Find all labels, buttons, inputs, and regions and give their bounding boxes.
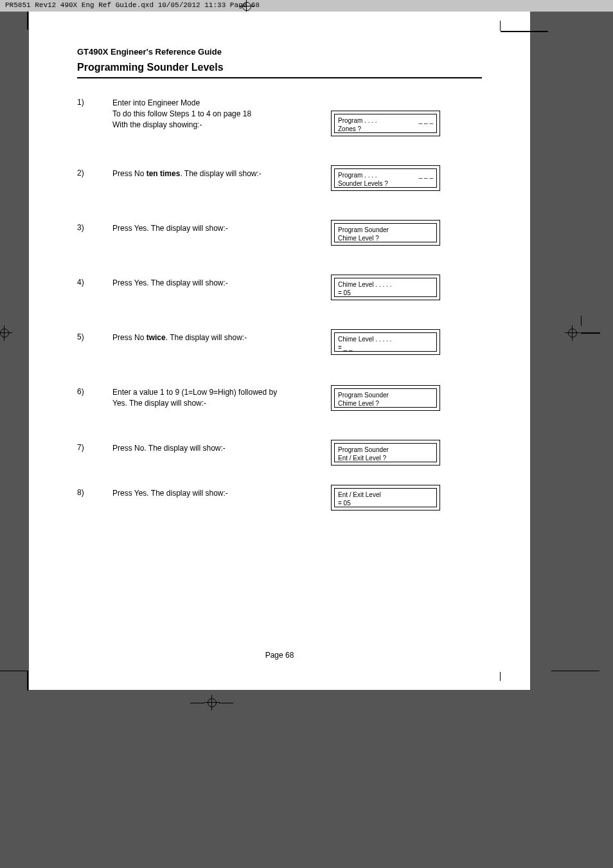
crop-mark (501, 31, 548, 32)
lcd-display: Ent / Exit Level = 05 (331, 485, 440, 511)
crop-mark (500, 672, 501, 681)
step-text-line: With the display showing:- (112, 120, 202, 129)
lcd-line1-right: _ _ _ (419, 116, 433, 125)
text-suffix: . The display will show:- (166, 333, 247, 342)
lcd-line2: = 05 (338, 289, 433, 297)
lcd-display: Chime Level . . . . . = _ _ (331, 329, 440, 355)
crop-mark (0, 671, 28, 672)
lcd-inner: Program Sounder Chime Level ? (334, 223, 437, 242)
crop-mark (581, 316, 582, 326)
register-mark-icon (565, 325, 580, 341)
crop-mark (219, 703, 233, 704)
lcd-display: Program . . . . _ _ _ Zones ? (331, 111, 440, 136)
step-text: Enter into Engineer Mode To do this foll… (112, 98, 312, 130)
lcd-display: Chime Level . . . . . = 05 (331, 275, 440, 300)
step-row: 1) Enter into Engineer Mode To do this f… (77, 98, 482, 136)
crop-mark (551, 671, 600, 672)
step-row: 2) Press No ten times. The display will … (77, 168, 482, 191)
step-row: 8) Press Yes. The display will show:- En… (77, 488, 482, 511)
lcd-inner: Chime Level . . . . . = _ _ (334, 332, 437, 352)
lcd-line1: Program Sounder (338, 226, 433, 234)
lcd-line1: Chime Level . . . . . (338, 335, 433, 343)
pdf-header-bar: PR5851 Rev12 490X Eng Ref Guide.qxd 10/0… (0, 0, 613, 12)
text-suffix: . The display will show:- (180, 169, 262, 178)
step-text: Press Yes. The display will show:- (112, 278, 312, 289)
step-number: 3) (77, 223, 112, 232)
step-text: Press No twice. The display will show:- (112, 332, 312, 343)
step-row: 3) Press Yes. The display will show:- Pr… (77, 223, 482, 246)
step-number: 5) (77, 332, 112, 341)
lcd-line1: Program Sounder (338, 446, 433, 454)
lcd-line2: Chime Level ? (338, 234, 433, 242)
step-row: 4) Press Yes. The display will show:- Ch… (77, 278, 482, 300)
text-prefix: Press No (112, 333, 147, 342)
step-number: 6) (77, 387, 112, 396)
lcd-line2: Chime Level ? (338, 399, 433, 408)
step-number: 2) (77, 168, 112, 177)
step-text: Enter a value 1 to 9 (1=Low 9=High) foll… (112, 387, 312, 409)
lcd-display: Program . . . . _ _ _ Sounder Levels ? (331, 165, 440, 191)
lcd-inner: Program Sounder Ent / Exit Level ? (334, 443, 437, 462)
header-text: PR5851 Rev12 490X Eng Ref Guide.qxd 10/0… (5, 1, 260, 9)
lcd-inner: Chime Level . . . . . = 05 (334, 278, 437, 297)
crop-mark (581, 332, 600, 334)
text-prefix: Press No (112, 169, 147, 178)
step-row: 5) Press No twice. The display will show… (77, 332, 482, 355)
crop-mark (27, 12, 28, 30)
step-number: 4) (77, 278, 112, 287)
lcd-line2: Zones ? (338, 125, 433, 133)
step-text: Press Yes. The display will show:- (112, 223, 312, 234)
step-text-line: Enter a value 1 to 9 (1=Low 9=High) foll… (112, 388, 277, 397)
lcd-line1-right: _ _ _ (419, 171, 433, 179)
lcd-line2: Ent / Exit Level ? (338, 454, 433, 462)
step-text: Press No. The display will show:- (112, 443, 312, 454)
page-footer: Page 68 (29, 651, 530, 660)
lcd-line1: Ent / Exit Level (338, 491, 433, 499)
register-mark-icon (0, 325, 12, 341)
lcd-inner: Ent / Exit Level = 05 (334, 488, 437, 507)
lcd-inner: Program Sounder Chime Level ? (334, 388, 437, 408)
lcd-line2: Sounder Levels ? (338, 179, 433, 188)
lcd-line1-left: Program . . . . (338, 171, 377, 179)
lcd-display: Program Sounder Chime Level ? (331, 385, 440, 411)
lcd-inner: Program . . . . _ _ _ Sounder Levels ? (334, 168, 437, 188)
step-number: 1) (77, 98, 112, 107)
section-title: Programming Sounder Levels (77, 62, 482, 78)
step-number: 7) (77, 443, 112, 452)
lcd-line1: Program Sounder (338, 391, 433, 399)
crop-mark (500, 21, 501, 31)
lcd-line2: = 05 (338, 499, 433, 507)
lcd-display: Program Sounder Ent / Exit Level ? (331, 440, 440, 466)
step-row: 7) Press No. The display will show:- Pro… (77, 443, 482, 466)
crop-mark (190, 703, 204, 704)
step-text-line: To do this follow Steps 1 to 4 on page 1… (112, 109, 251, 118)
step-text-line: Enter into Engineer Mode (112, 98, 200, 107)
lcd-inner: Program . . . . _ _ _ Zones ? (334, 114, 437, 133)
lcd-line1: Chime Level . . . . . (338, 280, 433, 289)
crop-mark (27, 671, 28, 691)
lcd-display: Program Sounder Chime Level ? (331, 220, 440, 246)
text-bold: twice (147, 333, 166, 342)
register-mark-icon (204, 695, 220, 710)
step-text: Press Yes. The display will show:- (112, 488, 312, 499)
step-number: 8) (77, 488, 112, 497)
step-text-line: Yes. The display will show:- (112, 399, 206, 408)
step-row: 6) Enter a value 1 to 9 (1=Low 9=High) f… (77, 387, 482, 411)
step-text: Press No ten times. The display will sho… (112, 168, 312, 179)
lcd-line1-left: Program . . . . (338, 116, 377, 125)
lcd-line2: = _ _ (338, 343, 433, 352)
document-page: GT490X Engineer's Reference Guide Progra… (29, 12, 530, 690)
text-bold: ten times (147, 169, 181, 178)
guide-title: GT490X Engineer's Reference Guide (77, 47, 482, 57)
